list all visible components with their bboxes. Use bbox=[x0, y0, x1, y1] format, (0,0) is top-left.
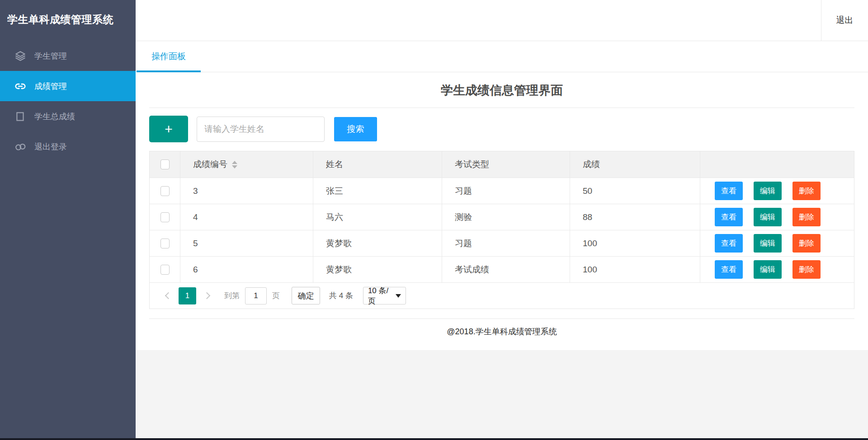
goto-page-prefix: 到第 bbox=[224, 290, 240, 301]
row-actions: 查看 编辑 删除 bbox=[700, 230, 854, 256]
main-area: 退出 操作面板 学生成绩信息管理界面 + 搜索 bbox=[136, 0, 868, 440]
column-header-score: 成绩 bbox=[570, 151, 700, 178]
page-size-value: 10 条/页 bbox=[368, 286, 396, 306]
footer-divider bbox=[149, 318, 854, 319]
footer-copyright: @2018.学生单科成绩管理系统 bbox=[149, 326, 854, 337]
view-button[interactable]: 查看 bbox=[715, 208, 743, 226]
page-size-select[interactable]: 10 条/页 bbox=[363, 287, 406, 304]
edit-button[interactable]: 编辑 bbox=[754, 260, 782, 279]
delete-button[interactable]: 删除 bbox=[793, 208, 821, 226]
app-title: 学生单科成绩管理系统 bbox=[0, 0, 136, 41]
row-checkbox-cell bbox=[150, 178, 180, 204]
goto-page-input[interactable] bbox=[245, 287, 267, 304]
row-checkbox[interactable] bbox=[160, 212, 170, 222]
tab-label: 操作面板 bbox=[151, 51, 186, 62]
select-all-checkbox[interactable] bbox=[160, 159, 170, 169]
sidebar: 学生单科成绩管理系统 学生管理 bbox=[0, 0, 136, 440]
view-button[interactable]: 查看 bbox=[715, 234, 743, 253]
row-checkbox[interactable] bbox=[160, 186, 170, 196]
cell-exam-type: 考试成绩 bbox=[442, 257, 570, 282]
edit-button[interactable]: 编辑 bbox=[754, 182, 782, 200]
next-page-button[interactable] bbox=[201, 289, 214, 303]
row-checkbox-cell bbox=[150, 204, 180, 230]
cell-score: 50 bbox=[570, 178, 700, 204]
column-header-name: 姓名 bbox=[313, 151, 442, 178]
sidebar-item-label: 成绩管理 bbox=[34, 81, 67, 92]
sidebar-item-total-score[interactable]: 学生总成绩 bbox=[0, 101, 136, 131]
table-header-row: 成绩编号 姓名 考试类型 成绩 bbox=[150, 151, 854, 178]
logout-button[interactable]: 退出 bbox=[821, 0, 868, 41]
sidebar-menu: 学生管理 成绩管理 学生总成绩 bbox=[0, 41, 136, 162]
sidebar-item-label: 退出登录 bbox=[34, 141, 67, 152]
prev-page-button[interactable] bbox=[160, 289, 174, 303]
cell-exam-type: 习题 bbox=[442, 230, 570, 256]
cell-student-name: 黄梦歌 bbox=[313, 230, 442, 256]
table-row: 5 黄梦歌 习题 100 查看 编辑 删除 bbox=[150, 230, 854, 256]
cell-score: 88 bbox=[570, 204, 700, 230]
square-icon bbox=[14, 111, 26, 122]
pagination-bar: 1 到第 页 确定 共 4 条 10 条/页 bbox=[150, 282, 854, 309]
edit-button[interactable]: 编辑 bbox=[754, 208, 782, 226]
tab-operation-panel[interactable]: 操作面板 bbox=[137, 41, 201, 72]
column-header-id: 成绩编号 bbox=[180, 151, 313, 178]
tab-active-underline bbox=[137, 70, 201, 72]
tab-bar: 操作面板 bbox=[136, 41, 868, 72]
row-checkbox-cell bbox=[150, 230, 180, 256]
top-header: 退出 bbox=[136, 0, 868, 41]
goto-page-suffix: 页 bbox=[272, 290, 280, 301]
title-divider bbox=[149, 108, 854, 108]
column-header-exam-type: 考试类型 bbox=[442, 151, 570, 178]
current-page-button[interactable]: 1 bbox=[179, 287, 196, 304]
view-button[interactable]: 查看 bbox=[715, 182, 743, 200]
cell-grade-id: 4 bbox=[180, 204, 313, 230]
table-body: 3 张三 习题 50 查看 编辑 删除 4 马六 测验 88 查看 编辑 删除 … bbox=[150, 178, 854, 282]
grades-table: 成绩编号 姓名 考试类型 成绩 3 bbox=[149, 151, 854, 309]
row-checkbox[interactable] bbox=[160, 239, 170, 248]
delete-button[interactable]: 删除 bbox=[793, 260, 821, 279]
sidebar-item-logout[interactable]: 退出登录 bbox=[0, 131, 136, 162]
sidebar-item-student-management[interactable]: 学生管理 bbox=[0, 41, 136, 71]
view-button[interactable]: 查看 bbox=[715, 260, 743, 279]
row-actions: 查看 编辑 删除 bbox=[700, 204, 854, 230]
cell-exam-type: 习题 bbox=[442, 178, 570, 204]
row-checkbox[interactable] bbox=[160, 265, 170, 275]
cell-grade-id: 6 bbox=[180, 257, 313, 282]
bottom-edge-bar bbox=[0, 438, 868, 440]
column-header-label: 成绩编号 bbox=[193, 159, 227, 170]
search-input[interactable] bbox=[197, 117, 325, 142]
delete-button[interactable]: 删除 bbox=[793, 234, 821, 253]
cell-student-name: 黄梦歌 bbox=[313, 257, 442, 282]
toolbar: + 搜索 bbox=[149, 116, 854, 142]
search-button[interactable]: 搜索 bbox=[334, 117, 377, 141]
sidebar-item-grade-management[interactable]: 成绩管理 bbox=[0, 71, 136, 101]
column-header-actions bbox=[700, 151, 854, 178]
column-header-label: 姓名 bbox=[326, 159, 343, 170]
row-actions: 查看 编辑 删除 bbox=[700, 178, 854, 204]
cell-student-name: 张三 bbox=[313, 178, 442, 204]
cell-score: 100 bbox=[570, 257, 700, 282]
delete-button[interactable]: 删除 bbox=[793, 182, 821, 200]
header-checkbox-cell bbox=[150, 151, 180, 178]
double-circle-icon bbox=[14, 141, 26, 153]
goto-confirm-button[interactable]: 确定 bbox=[292, 287, 320, 304]
add-record-button[interactable]: + bbox=[149, 116, 188, 142]
chevron-right-icon bbox=[203, 292, 210, 300]
cell-grade-id: 5 bbox=[180, 230, 313, 256]
row-checkbox-cell bbox=[150, 257, 180, 282]
bottom-gray-area bbox=[136, 350, 868, 440]
chevron-left-icon bbox=[165, 292, 172, 300]
cell-score: 100 bbox=[570, 230, 700, 256]
row-actions: 查看 编辑 删除 bbox=[700, 257, 854, 282]
page-title: 学生成绩信息管理界面 bbox=[149, 82, 854, 98]
cell-exam-type: 测验 bbox=[442, 204, 570, 230]
cell-student-name: 马六 bbox=[313, 204, 442, 230]
total-count-label: 共 4 条 bbox=[329, 290, 353, 301]
sidebar-item-label: 学生管理 bbox=[34, 51, 67, 61]
table-row: 4 马六 测验 88 查看 编辑 删除 bbox=[150, 204, 854, 230]
column-header-label: 考试类型 bbox=[455, 159, 489, 170]
sidebar-item-label: 学生总成绩 bbox=[34, 111, 75, 122]
link-icon bbox=[14, 80, 26, 92]
edit-button[interactable]: 编辑 bbox=[754, 234, 782, 253]
sort-icon[interactable] bbox=[232, 161, 237, 169]
table-row: 6 黄梦歌 考试成绩 100 查看 编辑 删除 bbox=[150, 256, 854, 282]
